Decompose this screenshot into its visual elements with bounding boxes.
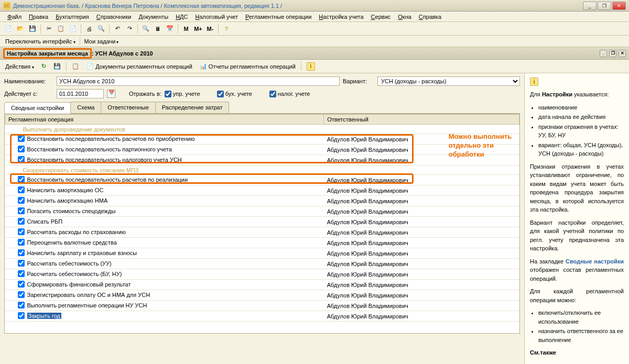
menu-Правка[interactable]: Правка <box>26 13 51 21</box>
actions-menu[interactable]: Действия <box>3 62 36 71</box>
doc-close-button[interactable]: ✕ <box>619 50 626 57</box>
variant-select[interactable]: УСН (доходы - расходы) <box>377 76 520 86</box>
tab-Сводные настройки[interactable]: Сводные настройки <box>4 102 71 114</box>
list-icon[interactable]: 📋 <box>70 62 81 71</box>
info-icon[interactable] <box>305 61 317 72</box>
page-title-highlight: Настройка закрытия месяца <box>3 48 92 59</box>
save-icon[interactable]: 💾 <box>27 24 38 34</box>
help-info-icon: i <box>530 78 538 86</box>
calendar-icon[interactable]: 📅 <box>165 24 175 34</box>
table-row[interactable]: Списать РБПАбдулов Юрий Владимирович <box>5 217 519 227</box>
table-row[interactable]: Сформировать финансовый результатАбдулов… <box>5 280 519 290</box>
calc-icon[interactable]: 🖩 <box>153 24 163 34</box>
operations-table: Регламентная операция Ответственный Выпо… <box>4 114 520 334</box>
row-checkbox[interactable] <box>18 270 25 277</box>
row-checkbox[interactable] <box>18 228 25 235</box>
table-row[interactable]: Рассчитать расходы по страхованиюАбдулов… <box>5 227 519 238</box>
help-bullet: дата начала ее действия <box>538 113 624 122</box>
table-row[interactable]: Зарегистрировать оплату ОС и НМА для УСН… <box>5 290 519 301</box>
copy-icon[interactable]: 📋 <box>56 24 66 34</box>
maximize-button[interactable]: ❐ <box>598 2 611 10</box>
row-checkbox[interactable] <box>18 291 25 298</box>
table-row[interactable]: Начислить амортизацию ОСАбдулов Юрий Вла… <box>5 185 519 196</box>
table-row[interactable]: Восстановить последовательность налогово… <box>5 155 519 166</box>
nalog-checkbox[interactable]: налог. учете <box>269 91 319 97</box>
menu-Окна[interactable]: Окна <box>395 13 415 21</box>
row-checkbox[interactable] <box>18 260 25 267</box>
menu-Сервис[interactable]: Сервис <box>368 13 394 21</box>
new-doc-icon[interactable]: 📄 <box>3 24 14 34</box>
tab-Схема[interactable]: Схема <box>70 102 101 113</box>
tab-Ответственные[interactable]: Ответственные <box>101 102 156 113</box>
print-icon[interactable]: 🖨 <box>84 24 94 34</box>
reg-reports-link[interactable]: 📊Отчеты регламентных операций <box>198 62 298 71</box>
refresh-icon[interactable] <box>39 62 48 71</box>
table-row[interactable]: Рассчитать себестоимость (УУ)Абдулов Юри… <box>5 259 519 269</box>
close-button[interactable]: ✕ <box>612 2 626 10</box>
table-row[interactable]: Восстановить последовательность расчетов… <box>5 175 519 185</box>
m-button[interactable]: M <box>181 24 191 34</box>
open-icon[interactable]: 📂 <box>15 24 26 34</box>
switch-interface-link[interactable]: Переключить интерфейс <box>3 37 78 46</box>
menu-Налоговый учет[interactable]: Налоговый учет <box>192 13 242 21</box>
table-row[interactable]: Начислить амортизацию НМААбдулов Юрий Вл… <box>5 196 519 206</box>
table-row[interactable]: Скорректировать стоимость списания МПЗ <box>5 166 519 175</box>
upr-checkbox[interactable]: упр. учете <box>165 91 214 97</box>
table-row[interactable]: Начислить зарплату и страховые взносыАбд… <box>5 248 519 259</box>
row-checkbox[interactable] <box>18 197 25 204</box>
row-checkbox[interactable] <box>18 135 25 142</box>
m-minus-button[interactable]: M- <box>205 24 215 34</box>
minimize-button[interactable]: _ <box>583 2 597 10</box>
my-tasks-link[interactable]: Мои задачи <box>82 37 121 46</box>
table-row[interactable]: Переоценить валютные средстваАбдулов Юри… <box>5 238 519 248</box>
row-checkbox[interactable] <box>18 176 25 183</box>
help-bullet: вариант: общая, УСН (доходы), УСН (доход… <box>538 141 624 158</box>
print-preview-icon[interactable]: 🔍 <box>96 24 106 34</box>
menu-Справка[interactable]: Справка <box>416 13 444 21</box>
menu-Регламентные операции[interactable]: Регламентные операции <box>242 13 314 21</box>
menu-Справочники[interactable]: Справочники <box>93 13 135 21</box>
reg-docs-link[interactable]: 📄Документы регламентных операций <box>84 62 194 71</box>
find-icon[interactable]: 🔍 <box>140 24 151 34</box>
paste-icon[interactable]: 📄 <box>68 24 78 34</box>
redo-icon[interactable]: ↷ <box>124 24 135 34</box>
table-row[interactable]: Восстановить последовательность партионн… <box>5 145 519 155</box>
row-checkbox[interactable] <box>18 146 25 152</box>
row-checkbox[interactable] <box>18 312 25 319</box>
tab-Распределение затрат[interactable]: Распределение затрат <box>155 102 230 113</box>
menu-Файл[interactable]: Файл <box>4 13 25 21</box>
help-bullet: признаки отражения в учетах: УУ, БУ, НУ <box>538 123 624 140</box>
help-icon[interactable]: ? <box>221 24 232 34</box>
table-row[interactable]: Выполнить регламентные операции НУ УСНАб… <box>5 301 519 311</box>
menu-Документы[interactable]: Документы <box>135 13 171 21</box>
menu-Бухгалтерия[interactable]: Бухгалтерия <box>52 13 92 21</box>
row-checkbox[interactable] <box>18 281 25 288</box>
row-checkbox[interactable] <box>18 207 25 214</box>
row-checkbox[interactable] <box>18 302 25 308</box>
col-operation[interactable]: Регламентная операция <box>5 115 324 125</box>
menu-Настройка учета[interactable]: Настройка учета <box>316 13 366 21</box>
doc-minimize-button[interactable]: _ <box>600 50 607 57</box>
row-checkbox[interactable] <box>18 186 25 193</box>
table-row[interactable]: Выполнить допроведение документов <box>5 125 519 134</box>
row-checkbox[interactable] <box>18 218 25 225</box>
name-input[interactable] <box>57 76 340 86</box>
cut-icon[interactable]: ✂ <box>44 24 54 34</box>
m-plus-button[interactable]: M+ <box>193 24 203 34</box>
doc-restore-button[interactable]: ❐ <box>609 50 616 57</box>
row-checkbox[interactable] <box>18 249 25 256</box>
table-row[interactable]: Рассчитать себестоимость (БУ, НУ)Абдулов… <box>5 269 519 280</box>
row-checkbox[interactable] <box>18 156 25 163</box>
table-row[interactable]: Восстановить последовательность расчетов… <box>5 134 519 145</box>
menu-НДС[interactable]: НДС <box>172 13 191 21</box>
undo-icon[interactable]: ↶ <box>112 24 123 34</box>
calendar-picker-icon[interactable]: 📅 <box>107 90 115 98</box>
save-doc-icon[interactable]: 💾 <box>51 62 63 71</box>
table-row[interactable]: Погасить стоимость спецодеждыАбдулов Юри… <box>5 206 519 217</box>
table-row[interactable]: Закрыть годАбдулов Юрий Владимирович <box>5 311 519 322</box>
buh-checkbox[interactable]: бух. учете <box>217 91 266 97</box>
col-responsible[interactable]: Ответственный <box>324 115 519 125</box>
date-input[interactable] <box>57 89 104 98</box>
help-panel: i Для Настройки указывается: наименовани… <box>524 73 629 364</box>
row-checkbox[interactable] <box>18 239 25 246</box>
